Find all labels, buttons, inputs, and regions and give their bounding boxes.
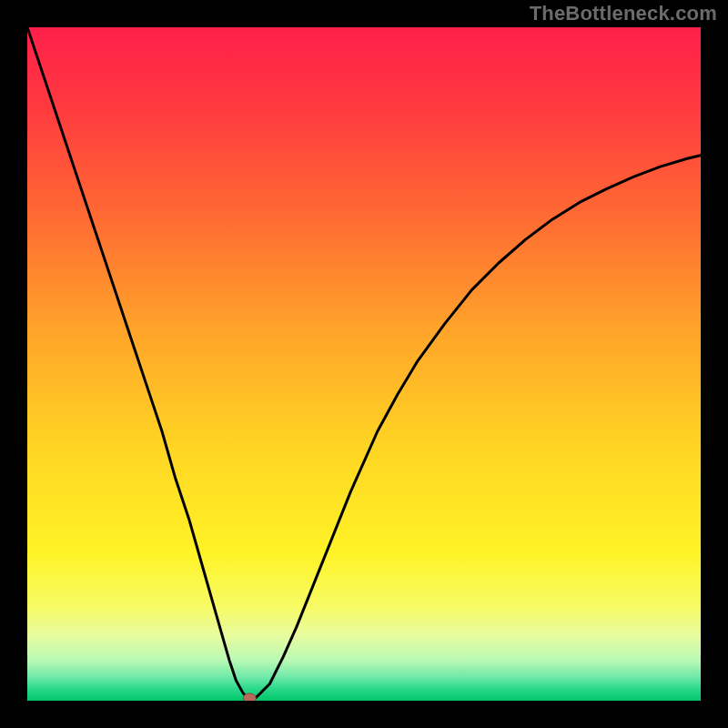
chart-svg (27, 27, 701, 701)
chart-frame: TheBottleneck.com (0, 0, 728, 728)
gradient-background (27, 27, 701, 701)
watermark-text: TheBottleneck.com (530, 2, 717, 25)
optimal-point-marker (243, 693, 256, 701)
plot-area (27, 27, 701, 701)
